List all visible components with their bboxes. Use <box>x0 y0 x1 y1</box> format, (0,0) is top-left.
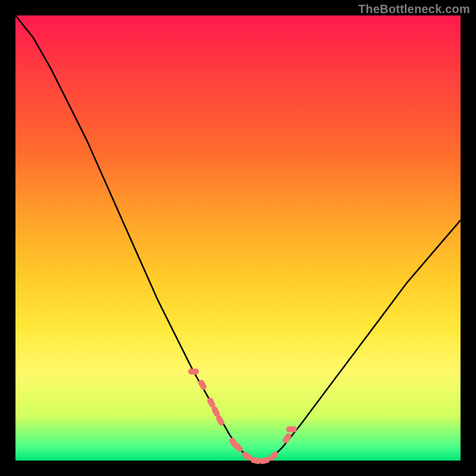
chart-frame: TheBottleneck.com <box>0 0 476 476</box>
watermark-text: TheBottleneck.com <box>358 2 470 16</box>
bottleneck-curve <box>15 15 461 461</box>
marker-point <box>188 368 199 374</box>
marker-point <box>281 432 292 444</box>
chart-overlay <box>15 15 461 461</box>
marker-point <box>286 427 297 433</box>
